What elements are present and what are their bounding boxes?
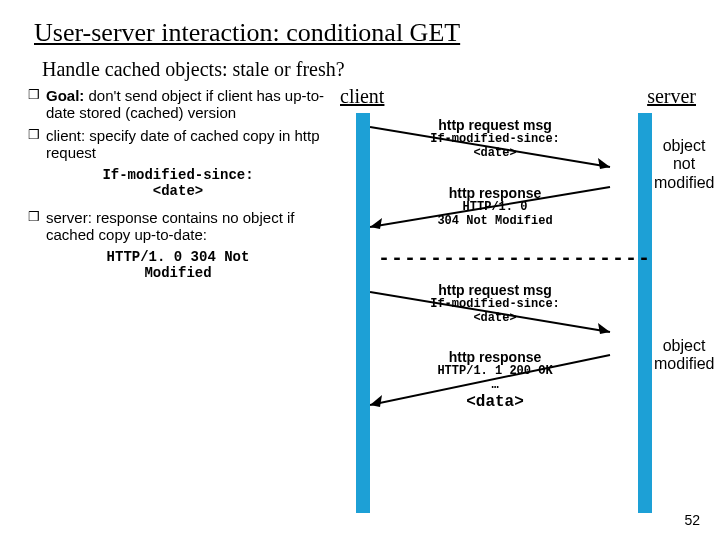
- server-timeline: [638, 113, 652, 513]
- client-header: client: [340, 85, 384, 108]
- server-header: server: [647, 85, 696, 108]
- bullet-item: ❒ client: specify date of cached copy in…: [28, 127, 328, 161]
- page-number: 52: [684, 512, 700, 528]
- svg-marker-1: [598, 158, 610, 169]
- msg-line: If-modified-since:: [400, 133, 590, 147]
- bullet-list: ❒ Goal: don't send object if client has …: [28, 87, 328, 291]
- msg-line: 304 Not Modified: [400, 215, 590, 229]
- msg-line: HTTP/1. 1 200 OK: [400, 365, 590, 379]
- side-label-not-modified: object not modified: [654, 137, 714, 192]
- slide-subtitle: Handle cached objects: stale or fresh?: [0, 54, 720, 87]
- msg-title: http response: [400, 185, 590, 201]
- msg-title: http response: [400, 349, 590, 365]
- msg-line: <data>: [400, 393, 590, 411]
- divider-dashes: ---------------------: [378, 247, 651, 270]
- bullet-item: ❒ Goal: don't send object if client has …: [28, 87, 328, 121]
- msg-line: <date>: [400, 312, 590, 326]
- client-timeline: [356, 113, 370, 513]
- svg-marker-3: [370, 218, 382, 229]
- bullet-mark-icon: ❒: [28, 209, 46, 243]
- msg-line: HTTP/1. 0: [400, 201, 590, 215]
- code-snippet: If-modified-since: <date>: [28, 167, 328, 199]
- msg-line: If-modified-since:: [400, 298, 590, 312]
- bullet-mark-icon: ❒: [28, 87, 46, 121]
- svg-marker-5: [598, 323, 610, 334]
- msg-line: <date>: [400, 147, 590, 161]
- bullet-mark-icon: ❒: [28, 127, 46, 161]
- request-2-label: http request msg If-modified-since: <dat…: [400, 282, 590, 326]
- bullet-text: client: specify date of cached copy in h…: [46, 127, 328, 161]
- bullet-text: server: response contains no object if c…: [46, 209, 328, 243]
- diagram-area: client server http request msg If-modifi…: [328, 87, 710, 291]
- msg-title: http request msg: [400, 117, 590, 133]
- slide-title: User-server interaction: conditional GET: [0, 0, 720, 54]
- bullet-item: ❒ server: response contains no object if…: [28, 209, 328, 243]
- msg-title: http request msg: [400, 282, 590, 298]
- side-label-modified: object modified: [654, 337, 714, 374]
- svg-marker-7: [370, 395, 382, 407]
- response-2-label: http response HTTP/1. 1 200 OK … <data>: [400, 349, 590, 411]
- bullet-text: don't send object if client has up-to-da…: [46, 87, 324, 121]
- request-1-label: http request msg If-modified-since: <dat…: [400, 117, 590, 161]
- code-snippet: HTTP/1. 0 304 Not Modified: [28, 249, 328, 281]
- msg-line: …: [400, 379, 590, 393]
- response-1-label: http response HTTP/1. 0 304 Not Modified: [400, 185, 590, 229]
- bullet-prefix: Goal:: [46, 87, 84, 104]
